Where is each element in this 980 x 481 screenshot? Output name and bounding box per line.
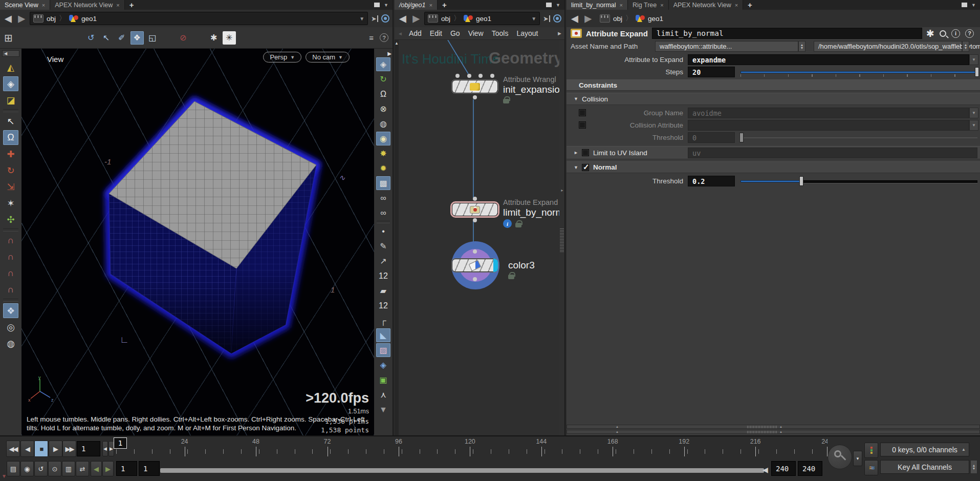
current-frame-input[interactable]: 1 — [77, 441, 100, 456]
scrub-audio-icon[interactable]: ↺ — [34, 461, 48, 476]
snap-magnet-icon[interactable]: ∩ — [3, 282, 18, 297]
close-tab-icon[interactable]: × — [735, 2, 738, 8]
network-scrollbar[interactable]: ► — [559, 40, 564, 435]
pane-layout-grid-icon[interactable]: ⊞ — [4, 32, 13, 44]
secure-selection-lock-icon[interactable]: Ω — [3, 130, 18, 145]
path-node[interactable]: geo1 — [476, 15, 491, 23]
close-tab-icon[interactable]: × — [620, 2, 623, 8]
prim-markers-icon[interactable]: ▰ — [376, 284, 390, 298]
stowed-bar-1[interactable]: ▲▲ — [567, 425, 980, 429]
node-input-dot[interactable] — [467, 74, 471, 78]
next-key-button[interactable]: ▶ — [102, 461, 114, 476]
info-badge-icon[interactable]: i — [503, 219, 512, 228]
flock-tool-icon[interactable]: ✱ — [207, 31, 221, 45]
menu-more-icon[interactable]: ► — [557, 30, 562, 36]
menu-add[interactable]: Add — [405, 28, 426, 38]
node-input-dot[interactable] — [490, 74, 494, 78]
handles-tool-icon[interactable]: ✐ — [115, 31, 128, 45]
toolbar-divider[interactable] — [192, 31, 205, 45]
asset-path-field[interactable]: /home/waffleboytom/houdini20.0/otls/sop_… — [814, 41, 962, 52]
path-root[interactable]: obj — [47, 15, 56, 23]
path-dropdown-icon[interactable]: ▼ — [359, 16, 364, 22]
pane-maximize-icon[interactable] — [546, 3, 552, 7]
gear-icon[interactable]: ✱ — [926, 28, 934, 39]
shade-cone-icon[interactable]: ◣ — [376, 328, 390, 342]
expand-triangle-icon[interactable]: ► — [574, 150, 579, 155]
node-output-dot[interactable] — [473, 277, 477, 281]
help-icon[interactable]: ? — [965, 29, 974, 38]
close-tab-icon[interactable]: × — [116, 2, 119, 8]
node-input-dot[interactable] — [478, 74, 483, 78]
texture-checker-icon[interactable]: ▨ — [376, 343, 390, 357]
close-tab-icon[interactable]: × — [42, 2, 45, 8]
nav-forward-icon[interactable]: ▶ — [16, 13, 27, 24]
network-canvas[interactable]: It's Houdini Time Geometry Attribute Wra… — [399, 40, 559, 435]
view-camera-icon[interactable]: ❖ — [3, 303, 18, 318]
uv-diamond-icon[interactable]: ◈ — [376, 358, 390, 372]
collision-threshold-slider-handle[interactable] — [739, 133, 744, 142]
auto-key-button[interactable] — [864, 443, 878, 458]
pane-menu-icon[interactable]: ▼ — [384, 3, 388, 8]
normal-lighting-icon[interactable]: ◉ — [376, 132, 390, 145]
limit-uv-checkbox[interactable] — [582, 149, 589, 156]
new-tab-button[interactable]: + — [125, 0, 139, 10]
search-icon[interactable] — [940, 30, 946, 37]
step-back-button[interactable]: ◀ — [102, 441, 108, 456]
stop-button[interactable]: ■ — [34, 441, 48, 457]
steps-slider-handle[interactable] — [975, 67, 979, 77]
toolbar-divider[interactable] — [161, 31, 175, 45]
set-key-button[interactable] — [827, 445, 852, 469]
jump-to-end-button[interactable]: ▶▶ — [62, 441, 76, 457]
path-dropdown-icon[interactable]: ▼ — [531, 16, 536, 22]
help-icon[interactable]: ? — [380, 33, 388, 42]
group-loop-icon[interactable]: ↻ — [376, 72, 390, 86]
smooth-shade-glasses-icon[interactable]: ∞ — [376, 191, 390, 205]
snap-grid-magnet-icon[interactable]: ∩ — [3, 233, 18, 248]
limit-uv-input[interactable]: uv — [688, 148, 977, 158]
no-op-tool-icon[interactable]: ⊘ — [177, 31, 190, 45]
node-name-label[interactable]: limit_by_norm — [503, 207, 559, 218]
headlight-icon[interactable]: ◍ — [376, 117, 390, 131]
menu-edit[interactable]: Edit — [426, 28, 446, 38]
playbar-options-icon[interactable]: ▤ — [7, 461, 20, 476]
node-limit-by-normal[interactable]: Attribute Expand limit_by_norm i — [452, 203, 498, 216]
menu-go[interactable]: Go — [446, 28, 464, 38]
pin-pane-icon[interactable]: ➤ — [543, 15, 550, 22]
tab-apex-network-view-2[interactable]: APEX Network View × — [669, 0, 743, 10]
pane-menu-icon[interactable]: ▼ — [971, 3, 976, 8]
audio-options-icon[interactable]: ◉ — [20, 461, 34, 476]
node-output-dot[interactable] — [473, 218, 477, 222]
animation-options-icon[interactable]: ⇄ — [76, 461, 89, 476]
close-tab-icon[interactable]: × — [429, 2, 432, 8]
frame-green-icon[interactable]: ▣ — [376, 373, 390, 387]
frame-ticks-icon[interactable]: ▥ — [62, 461, 75, 476]
scoped-channels-button[interactable]: ≈≈ — [864, 460, 878, 475]
collision-threshold-input[interactable]: 0 — [688, 132, 735, 143]
node-name-input[interactable]: limit_by_normal — [652, 28, 922, 39]
cog-tool-icon[interactable]: ✳ — [223, 31, 236, 45]
nav-back-icon[interactable]: ◀ — [570, 13, 580, 24]
primitives-state-icon[interactable]: ◈ — [3, 76, 18, 91]
geometry-state-icon[interactable]: ◪ — [3, 93, 18, 108]
path-root[interactable]: obj — [613, 15, 622, 23]
prim-numbers-icon[interactable]: 12 — [376, 299, 390, 312]
new-tab-button[interactable]: + — [743, 0, 757, 10]
nav-back-icon[interactable]: ◀ — [3, 13, 13, 24]
asset-name-field[interactable]: waffleboytom::attribute... — [655, 41, 798, 52]
point-numbers-icon[interactable]: 12 — [376, 269, 390, 283]
snap-curve-magnet-icon[interactable]: ∩ — [3, 249, 18, 264]
nav-forward-icon[interactable]: ▶ — [411, 13, 421, 24]
pose-tool-icon[interactable]: ✶ — [3, 196, 18, 211]
snap-point-magnet-icon[interactable]: ∩ — [3, 266, 18, 281]
asset-path-spinner[interactable]: ▲▼ — [962, 41, 969, 52]
scroll-arrow-icon[interactable]: ► — [560, 189, 564, 192]
play-reverse-button[interactable]: ◀ — [20, 441, 34, 457]
no-lighting-icon[interactable]: ⊗ — [376, 102, 390, 116]
pane-maximize-icon[interactable] — [374, 3, 380, 7]
node-name-label[interactable]: init_expansio — [503, 84, 559, 95]
attribute-to-expand-input[interactable]: expandme — [688, 54, 969, 65]
range-end-handle-icon[interactable]: ◀ — [763, 466, 768, 474]
params-pane-controls[interactable]: ▼ — [962, 0, 980, 10]
left-toolbar-divider[interactable] — [3, 228, 18, 232]
hq-lighting-icon[interactable]: ✸ — [376, 147, 390, 160]
